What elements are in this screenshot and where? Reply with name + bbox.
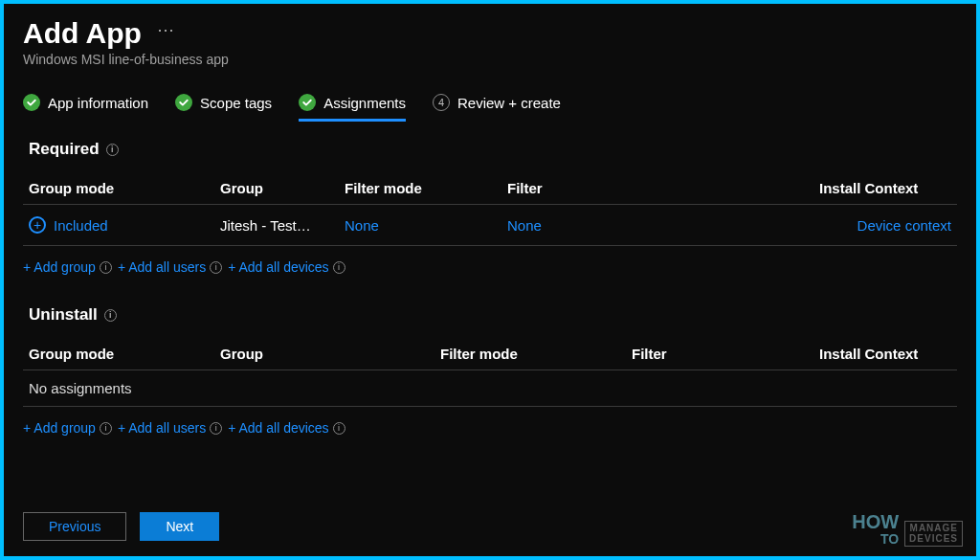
tab-app-information[interactable]: App information <box>23 94 148 119</box>
group-mode-cell[interactable]: + Included <box>29 216 209 234</box>
table-header-row: Group mode Group Filter mode Filter Inst… <box>23 338 957 370</box>
add-group-link[interactable]: + Add group i <box>23 420 112 436</box>
tab-review-create[interactable]: 4 Review + create <box>433 94 561 119</box>
watermark-to: TO <box>852 532 899 547</box>
tab-assignments[interactable]: Assignments <box>299 94 406 122</box>
col-filter-mode: Filter mode <box>434 338 626 370</box>
tab-label: Scope tags <box>200 95 272 111</box>
tab-label: App information <box>48 95 148 111</box>
watermark: HOW TO MANAGE DEVICES <box>852 512 963 547</box>
watermark-how: HOW <box>852 512 899 532</box>
info-icon[interactable]: i <box>104 309 117 322</box>
col-group: Group <box>214 172 339 205</box>
wizard-footer: Previous Next <box>23 512 219 541</box>
next-button[interactable]: Next <box>140 512 219 541</box>
info-icon[interactable]: i <box>333 261 345 274</box>
add-app-panel: Add App ⋯ Windows MSI line-of-business a… <box>4 4 976 556</box>
col-group: Group <box>214 338 434 370</box>
info-icon[interactable]: i <box>100 422 112 435</box>
required-table: Group mode Group Filter mode Filter Inst… <box>23 172 957 246</box>
previous-button[interactable]: Previous <box>23 512 126 541</box>
info-icon[interactable]: i <box>100 261 112 274</box>
check-icon <box>23 94 40 111</box>
watermark-box: MANAGE DEVICES <box>904 521 963 547</box>
page-subtitle: Windows MSI line-of-business app <box>23 52 957 67</box>
uninstall-table: Group mode Group Filter mode Filter Inst… <box>23 338 957 370</box>
add-all-users-link[interactable]: + Add all users i <box>118 259 222 275</box>
no-assignments-text: No assignments <box>23 370 957 407</box>
table-header-row: Group mode Group Filter mode Filter Inst… <box>23 172 957 205</box>
install-context-value[interactable]: Device context <box>858 217 951 234</box>
page-title: Add App <box>23 17 142 50</box>
section-title-uninstall: Uninstall i <box>29 305 957 325</box>
check-icon <box>299 94 316 111</box>
col-filter: Filter <box>626 338 813 370</box>
add-all-devices-link[interactable]: + Add all devices i <box>228 420 345 436</box>
col-install-context: Install Context <box>813 338 957 370</box>
add-all-devices-link[interactable]: + Add all devices i <box>228 259 345 275</box>
info-icon[interactable]: i <box>106 144 119 156</box>
info-icon[interactable]: i <box>333 422 345 435</box>
required-add-links: + Add group i + Add all users i + Add al… <box>23 259 957 275</box>
info-icon[interactable]: i <box>210 261 222 274</box>
filter-value[interactable]: None <box>507 217 542 234</box>
section-title-text: Required <box>29 140 100 159</box>
table-row[interactable]: + Included Jitesh - Test… None None Devi… <box>23 205 957 246</box>
col-filter: Filter <box>501 172 813 205</box>
header-row: Add App ⋯ <box>23 17 957 50</box>
uninstall-add-links: + Add group i + Add all users i + Add al… <box>23 420 957 436</box>
add-group-link[interactable]: + Add group i <box>23 259 112 275</box>
tab-label: Review + create <box>457 95 561 111</box>
group-value: Jitesh - Test… <box>214 205 339 246</box>
plus-circle-icon: + <box>29 216 46 234</box>
info-icon[interactable]: i <box>210 422 222 435</box>
col-group-mode: Group mode <box>23 172 214 205</box>
add-all-users-link[interactable]: + Add all users i <box>118 420 222 436</box>
more-icon[interactable]: ⋯ <box>157 19 176 40</box>
tab-scope-tags[interactable]: Scope tags <box>175 94 272 119</box>
tab-label: Assignments <box>323 95 406 111</box>
group-mode-value: Included <box>54 217 108 234</box>
step-number-icon: 4 <box>433 94 450 111</box>
col-install-context: Install Context <box>813 172 957 205</box>
col-group-mode: Group mode <box>23 338 214 370</box>
section-title-text: Uninstall <box>29 305 98 325</box>
col-filter-mode: Filter mode <box>339 172 501 205</box>
section-title-required: Required i <box>29 140 957 159</box>
filter-mode-value[interactable]: None <box>345 217 379 234</box>
check-icon <box>175 94 192 111</box>
wizard-tabs: App information Scope tags Assignments 4… <box>23 94 957 119</box>
